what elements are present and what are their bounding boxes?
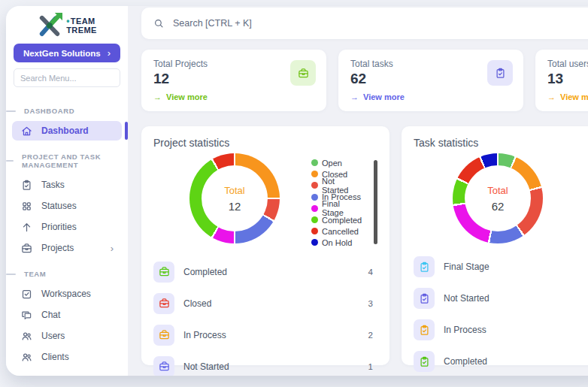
status-icon-chip xyxy=(153,293,174,314)
task-donut-chart[interactable]: Total 62 xyxy=(453,153,543,243)
task-status-row-in-process: In Process xyxy=(414,314,588,346)
view-more-link[interactable]: → View more xyxy=(153,92,314,101)
sidebar-item-statuses[interactable]: Statuses xyxy=(12,196,122,216)
status-count: 2 xyxy=(368,331,377,340)
project-status-row-not-started: Not Started 1 xyxy=(153,351,377,376)
stat-card-icon-chip xyxy=(487,60,513,86)
sidebar-item-tasks[interactable]: Tasks xyxy=(12,175,122,195)
stat-card-icon-chip xyxy=(290,60,316,86)
task-status-row-final-stage: Final Stage xyxy=(414,251,588,283)
section-label: PROJECT AND TASK MANAGEMENT xyxy=(22,153,128,169)
view-more-label: View more xyxy=(166,92,208,101)
status-icon-chip xyxy=(414,288,435,309)
status-label: Final Stage xyxy=(444,262,489,272)
status-icon-chip xyxy=(414,256,435,277)
chat-icon xyxy=(20,309,32,321)
legend-item-not-started[interactable]: Not Started xyxy=(311,180,363,191)
sidebar-nav: DASHBOARD Dashboard PROJECT AND TASK xyxy=(6,107,128,367)
arrow-right-icon: → xyxy=(350,92,359,101)
donut-total-label: Total xyxy=(224,185,244,196)
nav-section-dashboard: DASHBOARD Dashboard xyxy=(6,107,128,141)
donut-total-value: 62 xyxy=(492,200,505,213)
sidebar-item-workspaces[interactable]: Workspaces xyxy=(12,284,122,304)
global-search-input[interactable] xyxy=(171,17,588,29)
nav-section-project-task: PROJECT AND TASK MANAGEMENT Tasks Statu xyxy=(6,153,128,258)
briefcase-icon xyxy=(159,361,170,372)
sidebar: •TEAM TREME NextGen Solutions › DASHBOAR… xyxy=(6,6,128,376)
legend-item-final-stage[interactable]: Final Stage xyxy=(311,203,363,214)
task-statistics-panel: Task statistics Total 62 xyxy=(402,126,588,365)
briefcase-icon xyxy=(159,298,170,309)
section-dash xyxy=(6,160,14,162)
briefcase-icon xyxy=(159,266,170,277)
view-more-label: View more xyxy=(560,92,588,101)
briefcase-icon xyxy=(298,68,309,79)
workspaces-icon xyxy=(20,288,32,300)
logo: •TEAM TREME xyxy=(6,6,128,40)
status-count: 1 xyxy=(368,362,377,371)
legend-dot xyxy=(311,194,318,201)
clipboard-icon xyxy=(419,262,430,273)
workspace-selector-button[interactable]: NextGen Solutions › xyxy=(14,44,120,62)
status-icon-chip xyxy=(414,319,435,340)
stat-card-total-tasks: Total tasks 62 → View more xyxy=(338,50,523,111)
logo-text: •TEAM TREME xyxy=(66,17,97,35)
task-status-list: Final Stage Not Started xyxy=(414,251,588,376)
panel-title: Task statistics xyxy=(414,137,588,149)
status-icon-chip xyxy=(153,356,174,376)
view-more-link[interactable]: → View more xyxy=(547,92,588,101)
donut-center: Total 62 xyxy=(453,153,543,243)
legend-item-cancelled[interactable]: Cancelled xyxy=(311,225,363,237)
status-label: Completed xyxy=(183,267,227,277)
project-status-list: Completed 4 Closed 3 xyxy=(153,256,377,376)
statistics-panels-row: Project statistics Total 12 xyxy=(141,126,588,365)
project-statistics-panel: Project statistics Total 12 xyxy=(141,126,389,365)
status-label: In Process xyxy=(444,325,486,335)
section-dash xyxy=(6,274,16,275)
sidebar-item-dashboard[interactable]: Dashboard xyxy=(12,121,122,141)
search-icon xyxy=(153,18,164,29)
sidebar-item-chat[interactable]: Chat xyxy=(12,305,122,325)
sidebar-item-users[interactable]: Users xyxy=(12,326,122,346)
stat-card-value: 13 xyxy=(547,71,588,87)
sidebar-item-priorities[interactable]: Priorities xyxy=(12,217,122,237)
donut-total-value: 12 xyxy=(229,200,241,213)
stat-card-total-projects: Total Projects 12 → View more xyxy=(141,50,326,111)
legend-item-completed[interactable]: Completed xyxy=(311,214,363,225)
status-icon-chip xyxy=(153,325,174,346)
logo-dot: • xyxy=(66,16,70,26)
status-icon-chip xyxy=(414,351,435,372)
clipboard-icon xyxy=(419,293,430,304)
legend-dot xyxy=(311,171,318,177)
sidebar-item-clients[interactable]: Clients xyxy=(12,347,122,367)
legend-scrollbar[interactable] xyxy=(374,160,377,244)
status-label: Closed xyxy=(183,298,211,309)
statuses-icon xyxy=(20,200,32,212)
legend-dot xyxy=(311,159,318,166)
legend-item-on-hold[interactable]: On Hold xyxy=(311,237,363,248)
stat-cards-row: Total Projects 12 → View more Total task… xyxy=(141,50,588,111)
section-dash xyxy=(6,110,16,112)
global-search-bar xyxy=(141,8,588,39)
nav-section-team: TEAM Workspaces Chat xyxy=(6,270,128,367)
legend-item-open[interactable]: Open xyxy=(311,157,363,168)
project-status-row-closed: Closed 3 xyxy=(153,288,377,319)
arrow-right-icon: → xyxy=(547,92,556,101)
task-status-row-completed: Completed xyxy=(414,346,588,376)
panel-title: Project statistics xyxy=(153,137,377,149)
home-icon xyxy=(20,125,32,137)
sidebar-item-projects[interactable]: Projects › xyxy=(12,238,122,258)
sidebar-menu-search-input[interactable] xyxy=(14,68,120,87)
section-label: TEAM xyxy=(24,270,46,278)
task-status-row-not-started: Not Started xyxy=(414,283,588,314)
arrow-right-icon: → xyxy=(153,92,162,101)
project-status-row-completed: Completed 4 xyxy=(153,256,377,288)
clients-icon xyxy=(20,351,32,363)
project-donut-chart[interactable]: Total 12 xyxy=(189,153,280,243)
projects-icon xyxy=(20,242,32,254)
donut-total-label: Total xyxy=(487,185,508,196)
app-window: •TEAM TREME NextGen Solutions › DASHBOAR… xyxy=(6,6,588,376)
view-more-link[interactable]: → View more xyxy=(350,92,511,101)
project-status-row-in-process: In Process 2 xyxy=(153,319,377,351)
workspace-name: NextGen Solutions xyxy=(23,49,101,58)
